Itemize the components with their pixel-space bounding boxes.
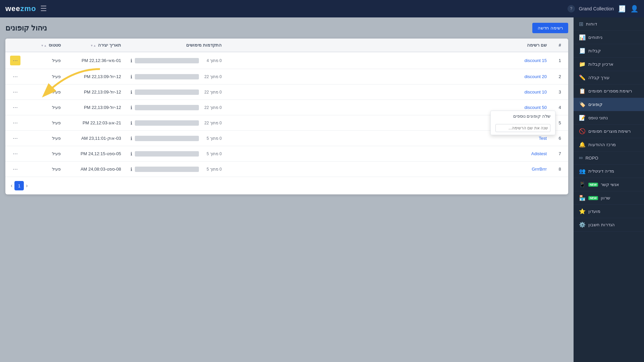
row-status: פעיל — [25, 52, 65, 69]
info-icon[interactable]: ℹ — [130, 105, 132, 110]
row-name[interactable]: discount 15 — [226, 52, 551, 69]
table-row: 3 discount 10 0 מתוך 22 ℹ 12-יול-22,13:0… — [5, 84, 568, 100]
page-title: ניהול קופונים — [5, 24, 47, 33]
sidebar-item-promo[interactable]: מועדון ⭐ — [574, 205, 644, 218]
table-row: 4 discount 50 0 מתוך 22 ℹ 12-יול-22,13:0… — [5, 100, 568, 115]
row-usage: 0 מתוך 5 ℹ — [126, 131, 226, 146]
row-actions: ··· — [5, 131, 25, 146]
usage-bar-bg — [135, 120, 199, 126]
col-status: סטטוס ▲▼ — [25, 39, 65, 52]
row-date: 08-ספט-24,08:03 AM — [65, 162, 126, 177]
usage-bar-bg — [135, 105, 199, 110]
info-icon[interactable]: ℹ — [130, 89, 132, 95]
sidebar: דוחות ⊞ ניתוחים 📊 קבלות 🧾 ארכיון קבלות 📁… — [574, 17, 644, 362]
rename-input[interactable] — [495, 124, 550, 132]
help-icon[interactable]: ? — [568, 5, 575, 12]
page-1-button[interactable]: 1 — [14, 181, 24, 190]
row-actions: ··· — [5, 100, 25, 115]
edit-receipt-icon: ✏️ — [579, 74, 586, 81]
table-row: 5 My first coupons list 0 מתוך 22 ℹ 21-א… — [5, 115, 568, 131]
sidebar-item-digital[interactable]: מדיה דיגיטלית 👥 — [574, 165, 644, 178]
coupons-table: # שם רשימה התקדמות מימושים תאריך יצירה ▲… — [5, 39, 568, 177]
row-actions-button[interactable]: ··· — [11, 88, 20, 96]
sidebar-item-smart-list[interactable]: רשימת מספרים חסומים 📋 — [574, 84, 644, 98]
row-name[interactable]: GrrrBrrr — [226, 162, 551, 177]
row-name[interactable]: discount 20 — [226, 69, 551, 84]
row-actions-button[interactable]: ··· — [11, 149, 20, 158]
row-date: 12-יול-22,13:09 PM — [65, 100, 126, 115]
usage-bar-bg — [135, 89, 199, 95]
top-nav: 👤 🧾 Grand Collection ? ☰ weezmo — [0, 0, 644, 17]
sort-status-icon[interactable]: ▲▼ — [41, 44, 47, 47]
user-icon[interactable]: 👤 — [630, 5, 639, 13]
row-actions-button[interactable]: ··· — [11, 119, 20, 127]
dashboards-icon: ⊞ — [579, 21, 583, 27]
table-body: 1 discount 15 0 מתוך 4 ℹ 01-מאי-22,12:36… — [5, 52, 568, 177]
row-actions: ··· — [5, 146, 25, 162]
rename-item[interactable] — [491, 121, 555, 135]
sidebar-item-dashboards[interactable]: דוחות ⊞ — [574, 17, 644, 31]
sidebar-item-settings[interactable]: הגדרות חשבון ⚙️ — [574, 218, 644, 232]
sidebar-item-analytics[interactable]: ניתוחים 📊 — [574, 31, 644, 44]
page-next-button[interactable]: › — [26, 183, 28, 189]
col-number: # — [551, 39, 568, 52]
sidebar-item-push[interactable]: נתוני טופס 📝 — [574, 111, 644, 125]
info-icon[interactable]: ℹ — [130, 58, 132, 63]
sidebar-item-ropo[interactable]: ROPO ∞ — [574, 152, 644, 165]
info-icon[interactable]: ℹ — [130, 136, 132, 141]
receipts-icon[interactable]: 🧾 — [618, 5, 626, 13]
usage-bar-bg — [135, 74, 199, 79]
row-usage: 0 מתוך 22 ℹ — [126, 69, 226, 84]
sort-date-icon[interactable]: ▲▼ — [90, 44, 96, 47]
row-name[interactable]: discount 10 — [226, 84, 551, 100]
row-actions: ··· — [5, 162, 25, 177]
row-actions-button[interactable]: ··· — [11, 103, 20, 112]
block-list-icon: 🚫 — [579, 128, 586, 134]
row-actions-button[interactable]: ··· — [11, 165, 20, 173]
sidebar-item-coupons[interactable]: קופונים 🏷️ — [574, 98, 644, 111]
sidebar-item-receipts-archive[interactable]: ארכיון קבלות 📁 — [574, 58, 644, 71]
nav-right: ☰ weezmo — [5, 4, 47, 13]
page-header: רשימה חדשה ניהול קופונים — [5, 23, 568, 33]
info-icon[interactable]: ℹ — [130, 74, 132, 79]
promo-icon: ⭐ — [579, 208, 586, 215]
hamburger-menu[interactable]: ☰ — [40, 4, 47, 13]
notifications-label: מרכז ההודעות — [588, 142, 616, 147]
info-icon[interactable]: ℹ — [130, 120, 132, 126]
row-usage: 0 מתוך 5 ℹ — [126, 162, 226, 177]
digital-label: מדיה דיגיטלית — [588, 169, 614, 174]
row-actions-button[interactable]: ··· — [11, 72, 20, 81]
new-list-button[interactable]: רשימה חדשה — [532, 23, 568, 33]
row-date: 12-יול-22,13:09 PM — [65, 84, 126, 100]
page-prev-button[interactable]: ‹ — [11, 183, 12, 189]
info-icon[interactable]: ℹ — [130, 167, 132, 172]
sidebar-item-edit-receipt[interactable]: עורך קבלה ✏️ — [574, 71, 644, 84]
block-list-label: רשימת מוצרים חסומים — [588, 129, 631, 134]
table-row: 1 discount 15 0 מתוך 4 ℹ 01-מאי-22,12:36… — [5, 52, 568, 69]
table-row: 6 Test 0 מתוך 5 ℹ 03-אוק-23,11:01 AM פעי… — [5, 131, 568, 146]
row-date: 03-אוק-23,11:01 AM — [65, 131, 126, 146]
table-row: 2 discount 20 0 מתוך 22 ℹ 12-יול-22,13:0… — [5, 69, 568, 84]
info-icon[interactable]: ℹ — [130, 151, 132, 157]
sidebar-item-market[interactable]: שרוון NEW 🏪 — [574, 191, 644, 205]
row-actions-button[interactable]: ··· — [10, 56, 20, 65]
sidebar-item-receipts[interactable]: קבלות 🧾 — [574, 44, 644, 58]
row-actions-button[interactable]: ··· — [11, 134, 20, 142]
row-actions: ··· — [5, 69, 25, 84]
usage-bar-bg — [135, 136, 199, 141]
sidebar-item-quick-sms[interactable]: אנשי קשר NEW 📱 — [574, 178, 644, 191]
row-usage: 0 מתוך 22 ℹ — [126, 100, 226, 115]
push-label: נתוני טופס — [588, 115, 608, 120]
usage-bar-bg — [135, 151, 199, 157]
receipts-archive-icon: 📁 — [579, 61, 586, 67]
row-number: 7 — [551, 146, 568, 162]
coupons-label: קופונים — [588, 102, 602, 107]
sidebar-item-notifications[interactable]: מרכז ההודעות 🔔 — [574, 138, 644, 152]
copy-coupons-item[interactable]: שלה קופונים נוספים — [491, 111, 555, 121]
sidebar-item-block-list[interactable]: רשימת מוצרים חסומים 🚫 — [574, 125, 644, 138]
nav-left: 👤 🧾 Grand Collection ? — [568, 5, 639, 13]
notifications-icon: 🔔 — [579, 141, 586, 148]
row-name[interactable]: Adistest — [226, 146, 551, 162]
table-header-row: # שם רשימה התקדמות מימושים תאריך יצירה ▲… — [5, 39, 568, 52]
row-actions: ··· — [5, 52, 25, 69]
